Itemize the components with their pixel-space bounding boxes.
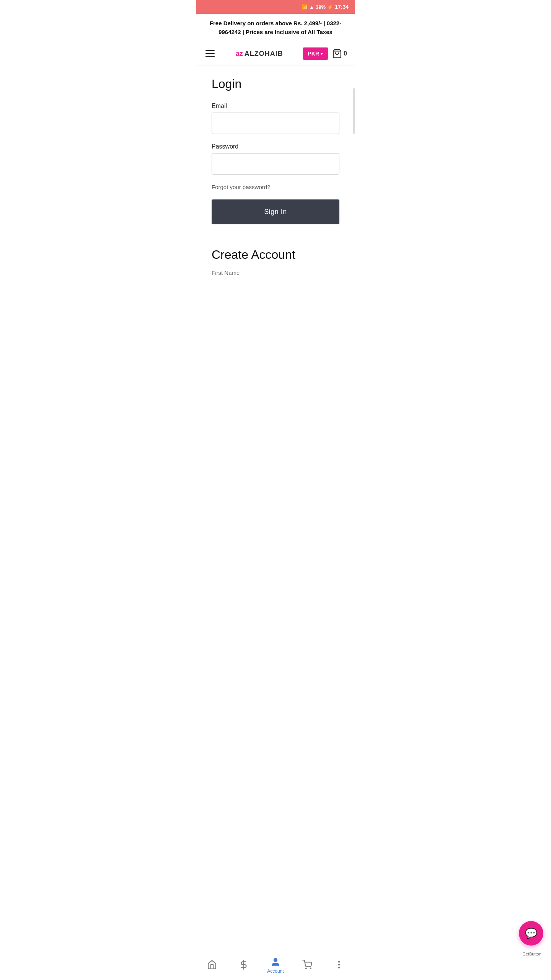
email-form-group: Email: [212, 103, 339, 134]
password-input[interactable]: [212, 153, 339, 175]
scroll-indicator: [353, 88, 355, 134]
currency-button[interactable]: PKR ▾: [303, 47, 329, 60]
navbar: az ALZOHAIB PKR ▾ 0: [196, 42, 355, 65]
currency-label: PKR: [308, 51, 320, 57]
forgot-password-link[interactable]: Forgot your password?: [212, 184, 339, 190]
status-bar: 📶 ▲ 39% ⚡ 17:34: [196, 0, 355, 14]
status-icons: 📶 ▲ 39% ⚡ 17:34: [302, 4, 349, 10]
cart-count: 0: [344, 50, 347, 57]
announcement-text: Free Delivery on orders above Rs. 2,499/…: [210, 20, 341, 35]
battery-level: 39%: [316, 4, 326, 10]
chevron-down-icon: ▾: [321, 51, 323, 56]
brand-logo[interactable]: az ALZOHAIB: [236, 50, 283, 58]
cart-icon: [332, 49, 342, 59]
sign-in-button[interactable]: Sign In: [212, 199, 339, 224]
email-input[interactable]: [212, 113, 339, 134]
hamburger-menu[interactable]: [204, 49, 216, 59]
login-title: Login: [212, 77, 339, 91]
navbar-right: PKR ▾ 0: [303, 47, 347, 60]
login-form-section: Login Email Password Forgot your passwor…: [196, 65, 355, 236]
wifi-icon: 📶: [302, 4, 308, 10]
brand-az-text: az: [236, 50, 243, 58]
email-label: Email: [212, 103, 339, 109]
cart-button[interactable]: 0: [332, 49, 347, 59]
create-account-title: Create Account: [212, 248, 339, 262]
announcement-banner: Free Delivery on orders above Rs. 2,499/…: [196, 14, 355, 42]
password-form-group: Password: [212, 143, 339, 175]
battery-icon: ⚡: [327, 4, 333, 10]
time-display: 17:34: [335, 4, 349, 10]
brand-name-text: ALZOHAIB: [245, 50, 283, 58]
signal-icon: ▲: [309, 4, 314, 10]
create-account-section: Create Account First Name: [196, 236, 355, 284]
first-name-label: First Name: [212, 270, 240, 276]
password-label: Password: [212, 143, 339, 150]
